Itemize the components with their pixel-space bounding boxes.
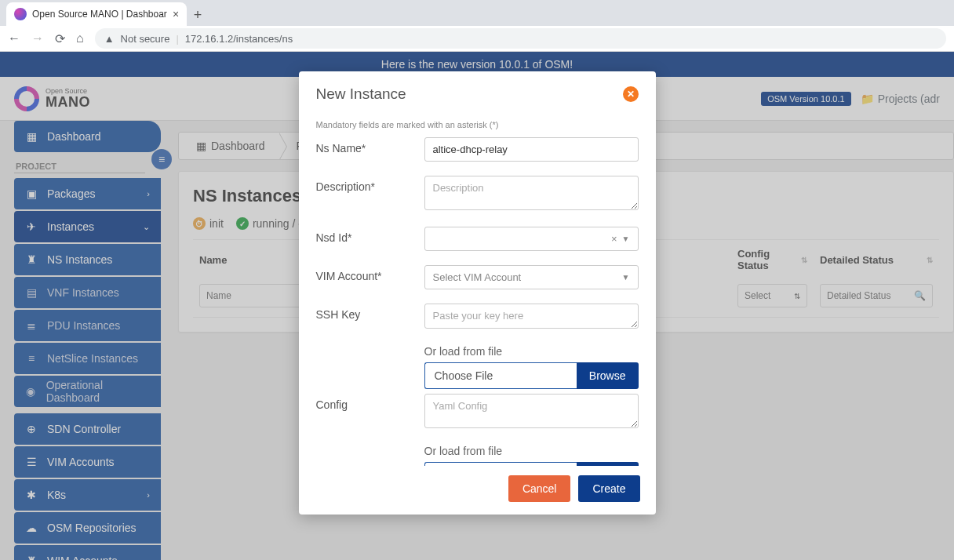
label-description: Description* xyxy=(316,176,417,193)
close-icon[interactable]: ✕ xyxy=(623,86,639,102)
choose-file-label-2: Choose File xyxy=(424,462,577,466)
new-instance-modal: New Instance ✕ Mandatory fields are mark… xyxy=(299,71,656,515)
forward-icon[interactable]: → xyxy=(31,31,44,45)
tab-bar: Open Source MANO | Dashboar × + xyxy=(0,0,954,26)
label-nsd-id: Nsd Id* xyxy=(316,227,417,244)
browse-button[interactable]: Browse xyxy=(577,362,639,389)
choose-file-label: Choose File xyxy=(424,362,577,389)
label-ssh-key: SSH Key xyxy=(316,304,417,321)
nsd-id-select[interactable]: × ▼ xyxy=(424,227,639,251)
browser-tab[interactable]: Open Source MANO | Dashboar × xyxy=(6,2,187,26)
modal-footer: Cancel Create xyxy=(299,466,656,515)
create-button[interactable]: Create xyxy=(578,475,639,502)
config-input[interactable] xyxy=(424,394,639,428)
ssh-key-input[interactable] xyxy=(424,304,639,329)
modal-body: Mandatory fields are marked with an aste… xyxy=(299,115,656,466)
mandatory-hint: Mandatory fields are marked with an aste… xyxy=(316,120,639,129)
separator: | xyxy=(176,33,178,45)
clear-icon[interactable]: × xyxy=(606,233,622,245)
label-ns-name: Ns Name* xyxy=(316,137,417,155)
home-icon[interactable]: ⌂ xyxy=(76,31,84,45)
browser-chrome: Open Source MANO | Dashboar × + ← → ⟳ ⌂ … xyxy=(0,0,954,52)
or-load-label-2: Or load from file xyxy=(424,445,639,457)
back-icon[interactable]: ← xyxy=(8,31,20,45)
cancel-button[interactable]: Cancel xyxy=(508,475,571,502)
modal-overlay[interactable]: New Instance ✕ Mandatory fields are mark… xyxy=(0,52,954,560)
or-load-label: Or load from file xyxy=(424,345,639,358)
modal-header: New Instance ✕ xyxy=(299,71,656,115)
url-text: 172.16.1.2/instances/ns xyxy=(185,33,293,45)
description-input[interactable] xyxy=(424,176,639,210)
vim-account-select[interactable]: Select VIM Account ▼ xyxy=(424,265,639,289)
close-tab-icon[interactable]: × xyxy=(173,8,179,20)
browse-button-2[interactable]: Browse xyxy=(577,462,639,466)
modal-title: New Instance xyxy=(316,85,406,103)
vim-placeholder: Select VIM Account xyxy=(433,271,522,283)
label-config: Config xyxy=(316,394,417,411)
url-box[interactable]: ▲ Not secure | 172.16.1.2/instances/ns xyxy=(95,28,946,49)
chevron-down-icon: ▼ xyxy=(622,273,630,282)
new-tab-button[interactable]: + xyxy=(187,4,209,26)
ns-name-input[interactable] xyxy=(424,137,639,162)
warning-icon: ▲ xyxy=(104,33,115,45)
not-secure-label: Not secure xyxy=(121,33,170,45)
chevron-down-icon: ▼ xyxy=(622,235,630,243)
tab-title: Open Source MANO | Dashboar xyxy=(32,9,167,20)
label-vim-account: VIM Account* xyxy=(316,265,417,282)
reload-icon[interactable]: ⟳ xyxy=(55,31,65,46)
address-bar: ← → ⟳ ⌂ ▲ Not secure | 172.16.1.2/instan… xyxy=(0,26,954,52)
favicon-icon xyxy=(14,8,27,20)
